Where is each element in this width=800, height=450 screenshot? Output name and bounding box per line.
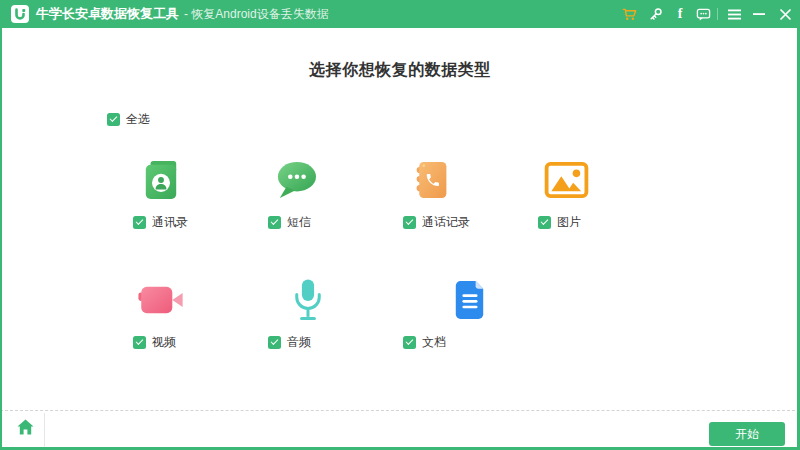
window-frame-left (0, 0, 2, 450)
category-label: 视频 (152, 334, 176, 351)
category-label: 文档 (422, 334, 446, 351)
home-icon (17, 419, 34, 435)
menu-icon[interactable] (726, 0, 742, 28)
footer-bar: 开始 (0, 410, 800, 447)
category-cell-video[interactable]: 视频 (133, 276, 253, 351)
category-label: 通话记录 (422, 214, 470, 231)
video-icon (133, 276, 189, 324)
category-checkbox[interactable] (133, 336, 146, 349)
app-window: 牛学长安卓数据恢复工具 - 恢复Android设备丢失数据 f (0, 0, 800, 450)
minimize-icon[interactable] (751, 0, 767, 28)
feedback-icon[interactable] (695, 0, 711, 28)
category-checkbox[interactable] (133, 216, 146, 229)
category-checkbox[interactable] (538, 216, 551, 229)
category-label: 音频 (287, 334, 311, 351)
select-all[interactable]: 全选 (107, 111, 150, 128)
contacts-icon (133, 156, 189, 204)
sms-icon (268, 156, 324, 204)
select-all-label: 全选 (126, 111, 150, 128)
category-label: 通讯录 (152, 214, 188, 231)
category-checkbox[interactable] (268, 336, 281, 349)
category-checkbox[interactable] (403, 336, 416, 349)
start-button[interactable]: 开始 (709, 422, 785, 446)
home-button[interactable] (13, 415, 37, 439)
app-logo-icon (11, 5, 29, 23)
facebook-icon[interactable]: f (672, 0, 688, 28)
category-label: 图片 (557, 214, 581, 231)
category-label: 短信 (287, 214, 311, 231)
category-cell-pictures[interactable]: 图片 (538, 156, 658, 231)
category-cell-audio[interactable]: 音频 (268, 276, 388, 351)
app-title: 牛学长安卓数据恢复工具 (36, 5, 179, 23)
close-icon[interactable] (777, 0, 793, 28)
call-history-icon (403, 156, 459, 204)
audio-icon (280, 276, 336, 324)
documents-icon (441, 276, 497, 324)
titlebar: 牛学长安卓数据恢复工具 - 恢复Android设备丢失数据 f (0, 0, 800, 28)
category-checkbox[interactable] (403, 216, 416, 229)
cart-icon[interactable] (621, 0, 637, 28)
page-title: 选择你想恢复的数据类型 (0, 60, 800, 81)
pictures-icon (538, 156, 594, 204)
key-icon[interactable] (648, 0, 664, 28)
app-subtitle: - 恢复Android设备丢失数据 (184, 6, 329, 23)
titlebar-divider (717, 8, 718, 20)
category-cell-documents[interactable]: 文档 (403, 276, 523, 351)
window-title: 牛学长安卓数据恢复工具 - 恢复Android设备丢失数据 (36, 0, 329, 28)
footer-divider (44, 413, 45, 447)
category-cell-contacts[interactable]: 通讯录 (133, 156, 253, 231)
category-cell-sms[interactable]: 短信 (268, 156, 388, 231)
select-all-checkbox[interactable] (107, 113, 120, 126)
category-cell-call-history[interactable]: 通话记录 (403, 156, 523, 231)
category-checkbox[interactable] (268, 216, 281, 229)
